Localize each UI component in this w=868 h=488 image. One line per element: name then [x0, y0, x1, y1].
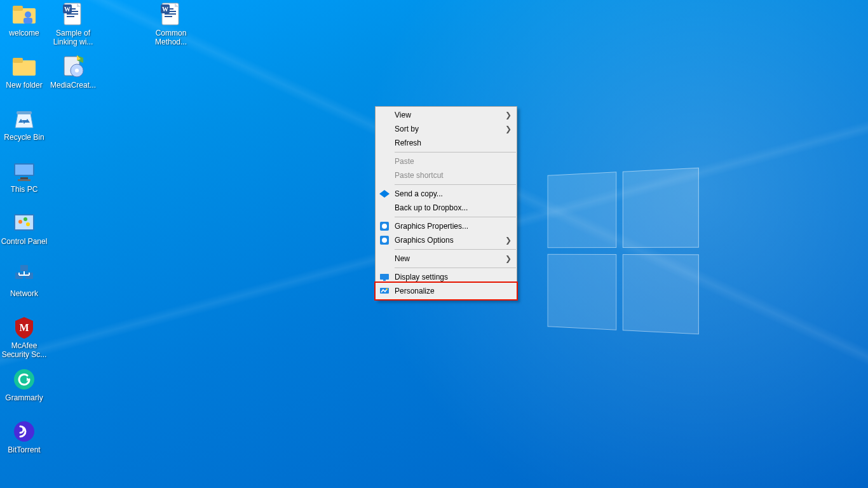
chevron-right-icon: ❯: [505, 125, 512, 133]
desktop-icon-sample-linking[interactable]: Sample of Linking wi...: [50, 2, 97, 46]
recycle-icon: [11, 106, 37, 132]
context-menu-item-label: Graphics Options: [395, 236, 454, 245]
intel-icon: [379, 221, 390, 231]
desktop-icon-label: New folder: [1, 81, 48, 90]
context-menu-item-label: Send a copy...: [395, 189, 443, 198]
desktop-icon-mcafee[interactable]: McAfee Security Sc...: [1, 315, 48, 359]
desktop-icon-bittorrent[interactable]: BitTorrent: [1, 419, 48, 454]
folder-icon: [11, 54, 37, 79]
pc-icon: [11, 158, 37, 184]
context-menu-item-label: Back up to Dropbox...: [395, 203, 468, 212]
context-menu-item-label: Paste: [395, 157, 414, 166]
chevron-right-icon: ❯: [505, 111, 512, 119]
bittorrent-icon: [11, 419, 37, 444]
context-menu-item-refresh[interactable]: Refresh: [376, 136, 517, 150]
context-menu-item-display-settings[interactable]: Display settings: [376, 270, 517, 284]
desktop-icon-common-method[interactable]: Common Method...: [147, 2, 194, 46]
desktop-icon-label: Recycle Bin: [1, 133, 48, 142]
context-menu-item-graphics-options[interactable]: Graphics Options❯: [376, 233, 517, 247]
desktop-icon-grammarly[interactable]: Grammarly: [1, 367, 48, 402]
context-menu-item-send-a-copy[interactable]: Send a copy...: [376, 187, 517, 201]
desktop-icon-label: welcome: [1, 29, 48, 37]
desktop-icon-network[interactable]: Network: [1, 262, 48, 298]
context-menu-item-back-up-to-dropbox[interactable]: Back up to Dropbox...: [376, 201, 517, 215]
personalize-icon: [379, 286, 390, 296]
windows-logo-icon: [548, 168, 699, 335]
grammarly-icon: [11, 367, 37, 392]
desktop-icon-new-folder[interactable]: New folder: [1, 54, 48, 90]
context-menu-separator: [395, 217, 516, 217]
desktop-icon-this-pc[interactable]: This PC: [1, 158, 48, 194]
context-menu-item-paste-shortcut: Paste shortcut: [376, 168, 517, 182]
desktop-icon-recycle-bin[interactable]: Recycle Bin: [1, 106, 48, 142]
desktop-icon-label: Sample of Linking wi...: [50, 29, 97, 46]
setup-disc-icon: [60, 54, 86, 79]
context-menu-separator: [395, 268, 516, 268]
context-menu-item-label: Graphics Properties...: [395, 222, 468, 231]
folder-user-icon: [11, 2, 37, 27]
context-menu-item-label: Display settings: [395, 273, 448, 281]
context-menu-item-view[interactable]: View❯: [376, 108, 517, 122]
intel-icon: [379, 235, 390, 245]
desktop-background[interactable]: W M welcomeSample of Linking wi...Common…: [0, 0, 868, 488]
desktop-icon-mediacreat[interactable]: MediaCreat...: [50, 54, 97, 90]
desktop-icon-label: Control Panel: [1, 237, 48, 246]
context-menu-item-new[interactable]: New❯: [376, 252, 517, 266]
desktop-icon-label: BitTorrent: [1, 445, 48, 454]
network-icon: [11, 262, 37, 288]
desktop-icon-label: Grammarly: [1, 393, 48, 402]
desktop-icon-label: Common Method...: [147, 29, 194, 46]
context-menu-separator: [395, 249, 516, 250]
desktop-icon-welcome[interactable]: welcome: [1, 2, 48, 37]
dropbox-icon: [379, 189, 390, 199]
desktop-icon-control-panel[interactable]: Control Panel: [1, 210, 48, 246]
context-menu-item-paste: Paste: [376, 154, 517, 168]
context-menu-item-label: Paste shortcut: [395, 171, 444, 180]
context-menu-item-label: Personalize: [395, 287, 435, 295]
desktop-icon-label: This PC: [1, 185, 48, 194]
context-menu-item-sort-by[interactable]: Sort by❯: [376, 122, 517, 136]
desktop-icon-label: McAfee Security Sc...: [1, 341, 48, 359]
display-icon: [379, 272, 390, 282]
context-menu-item-graphics-properties[interactable]: Graphics Properties...: [376, 219, 517, 233]
desktop-icon-label: MediaCreat...: [50, 81, 97, 90]
chevron-right-icon: ❯: [505, 254, 512, 263]
doc-word-icon: [60, 2, 86, 27]
context-menu-item-label: Refresh: [395, 139, 421, 147]
context-menu-item-personalize[interactable]: Personalize: [376, 284, 517, 298]
context-menu-item-label: View: [395, 111, 411, 119]
context-menu-item-label: New: [395, 254, 410, 263]
mcafee-icon: [11, 315, 37, 340]
chevron-right-icon: ❯: [505, 236, 512, 245]
desktop-context-menu: View❯Sort by❯RefreshPastePaste shortcutS…: [375, 106, 517, 300]
context-menu-item-label: Sort by: [395, 125, 419, 133]
cpl-icon: [11, 210, 37, 236]
doc-word-icon: [158, 2, 184, 27]
desktop-icon-label: Network: [1, 289, 48, 298]
context-menu-separator: [395, 152, 516, 152]
context-menu-separator: [395, 184, 516, 185]
